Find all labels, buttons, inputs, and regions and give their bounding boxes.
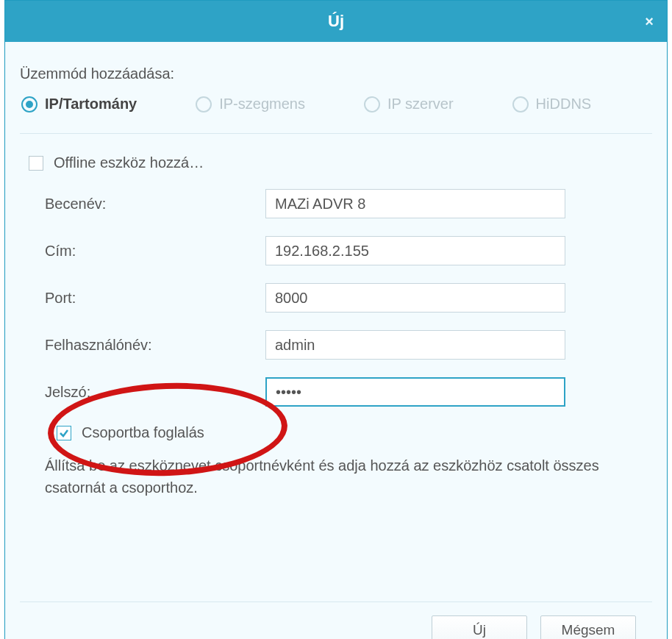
checkbox-icon[interactable] bbox=[57, 426, 71, 440]
group-label: Csoportba foglalás bbox=[82, 424, 204, 441]
radio-icon bbox=[196, 96, 212, 113]
nickname-input[interactable] bbox=[265, 189, 565, 218]
password-label: Jelszó: bbox=[27, 384, 265, 401]
dialog-titlebar: Új × bbox=[5, 1, 667, 42]
group-description: Állítsa be az eszköznevet csoportnévként… bbox=[27, 447, 618, 499]
nickname-label: Becenév: bbox=[27, 196, 265, 213]
radio-icon bbox=[512, 96, 529, 113]
radio-ip-server[interactable]: IP szerver bbox=[364, 96, 454, 113]
radio-label: HiDDNS bbox=[536, 96, 592, 113]
address-input[interactable] bbox=[265, 236, 565, 265]
field-port: Port: bbox=[27, 283, 652, 313]
offline-device-label: Offline eszköz hozzá… bbox=[54, 154, 204, 171]
radio-icon bbox=[21, 96, 37, 113]
cancel-button[interactable]: Mégsem bbox=[540, 615, 636, 639]
password-input[interactable] bbox=[265, 377, 565, 407]
dialog-footer: Új Mégsem bbox=[20, 601, 652, 639]
field-username: Felhasználónév: bbox=[27, 330, 652, 360]
radio-hiddns[interactable]: HiDDNS bbox=[512, 96, 592, 113]
mode-radio-group: IP/Tartomány IP-szegmens IP szerver HiDD… bbox=[20, 96, 652, 134]
radio-label: IP szerver bbox=[387, 96, 454, 113]
form-area: Offline eszköz hozzá… Becenév: Cím: Port… bbox=[20, 134, 652, 506]
new-device-dialog: Új × Üzemmód hozzáadása: IP/Tartomány IP… bbox=[4, 0, 668, 639]
username-input[interactable] bbox=[265, 330, 565, 360]
field-address: Cím: bbox=[27, 236, 652, 265]
radio-icon bbox=[364, 96, 380, 113]
group-checkbox[interactable]: Csoportba foglalás bbox=[27, 424, 652, 441]
dialog-title: Új bbox=[328, 12, 344, 31]
group-checkbox-row: Csoportba foglalás bbox=[27, 424, 652, 441]
offline-device-checkbox-row[interactable]: Offline eszköz hozzá… bbox=[29, 154, 652, 171]
radio-label: IP-szegmens bbox=[219, 96, 305, 113]
checkbox-icon[interactable] bbox=[29, 156, 43, 171]
address-label: Cím: bbox=[27, 243, 265, 260]
mode-label: Üzemmód hozzáadása: bbox=[20, 65, 652, 82]
port-label: Port: bbox=[27, 290, 265, 307]
radio-ip-domain[interactable]: IP/Tartomány bbox=[21, 96, 137, 113]
radio-label: IP/Tartomány bbox=[45, 96, 137, 113]
field-password: Jelszó: bbox=[27, 377, 652, 407]
radio-ip-segment[interactable]: IP-szegmens bbox=[196, 96, 305, 113]
new-button[interactable]: Új bbox=[432, 615, 527, 639]
dialog-body: Üzemmód hozzáadása: IP/Tartomány IP-szeg… bbox=[5, 42, 667, 639]
username-label: Felhasználónév: bbox=[27, 337, 265, 354]
close-icon[interactable]: × bbox=[645, 13, 654, 30]
port-input[interactable] bbox=[265, 283, 565, 313]
field-nickname: Becenév: bbox=[27, 189, 652, 218]
